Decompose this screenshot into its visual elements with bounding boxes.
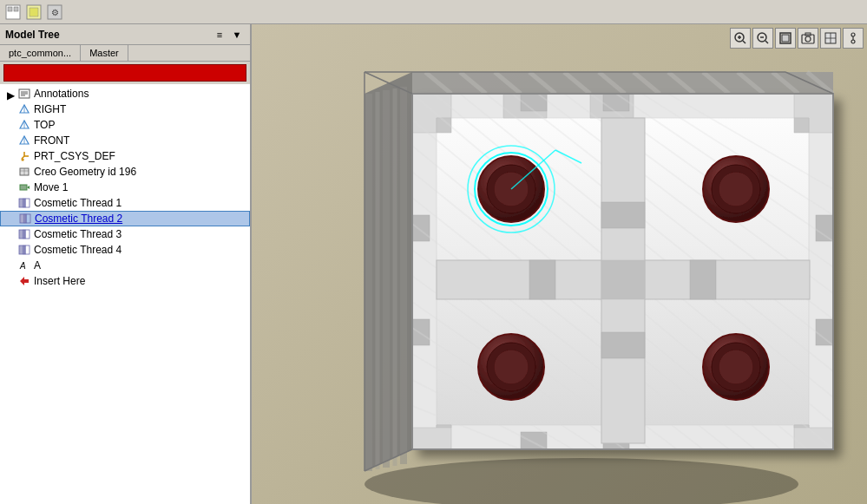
panel-header-icons: ≡ ▼: [212, 27, 245, 43]
svg-point-138: [719, 172, 753, 206]
tab-bar: ptc_common... Master: [0, 45, 250, 62]
svg-rect-90: [412, 215, 430, 241]
svg-rect-32: [19, 230, 23, 239]
thread4-icon: [17, 243, 31, 257]
panel-settings-icon[interactable]: ≡: [212, 27, 227, 43]
svg-marker-97: [412, 425, 451, 449]
svg-point-55: [851, 33, 855, 36]
tree-item-prt-csys[interactable]: ✱ PRT_CSYS_DEF: [0, 148, 250, 164]
right-label: RIGHT: [34, 103, 66, 115]
search-filter-bar[interactable]: [3, 64, 246, 82]
tree-item-creo-geo[interactable]: Creo Geometry id 196: [0, 164, 250, 180]
thread4-label: Cosmetic Thread 4: [34, 244, 122, 256]
svg-rect-35: [19, 245, 23, 254]
creo-geo-label: Creo Geometry id 196: [34, 166, 136, 178]
svg-rect-37: [25, 245, 30, 254]
svg-rect-130: [601, 202, 645, 228]
right-plane-icon: [17, 102, 31, 116]
tree-item-top[interactable]: TOP: [0, 117, 250, 133]
prt-csys-label: PRT_CSYS_DEF: [34, 150, 115, 162]
svg-marker-101: [437, 425, 451, 428]
camera-icon[interactable]: [798, 28, 818, 49]
svg-text:⚙: ⚙: [51, 8, 59, 17]
main-toolbar: ⚙: [0, 0, 867, 24]
toolbar-icon-1[interactable]: [3, 3, 23, 22]
svg-rect-132: [601, 260, 645, 299]
svg-rect-1: [8, 7, 12, 11]
annotations-icon: [17, 87, 31, 101]
datum-a-label: A: [34, 259, 41, 272]
svg-marker-39: [20, 277, 29, 285]
svg-marker-98: [794, 425, 833, 449]
datum-a-icon: A: [17, 259, 31, 272]
thread2-icon: [18, 212, 32, 226]
zoom-in-icon[interactable]: [730, 28, 751, 49]
tree-item-right[interactable]: RIGHT: [0, 101, 250, 117]
annotations-label: Annotations: [34, 88, 89, 100]
svg-rect-127: [529, 260, 555, 299]
tab-ptc-common[interactable]: ptc_common...: [0, 45, 81, 61]
move-icon: [17, 180, 31, 194]
thread3-icon: [17, 227, 31, 241]
svg-rect-89: [412, 94, 437, 449]
move1-label: Move 1: [34, 181, 68, 193]
thread2-label: Cosmetic Thread 2: [35, 213, 122, 225]
view-options-icon[interactable]: [843, 28, 864, 49]
svg-rect-31: [26, 214, 30, 223]
tree-item-annotations[interactable]: ▶ Annotations: [0, 86, 250, 101]
panel-title: Model Tree: [5, 29, 60, 41]
main-content: Model Tree ≡ ▼ ptc_common... Master ▶: [0, 24, 867, 504]
tree-item-move1[interactable]: Move 1: [0, 180, 250, 195]
tab-master-label: Master: [89, 48, 119, 58]
tree-item-insert-here[interactable]: Insert Here: [0, 273, 250, 289]
svg-rect-93: [816, 215, 833, 241]
insert-here-label: Insert Here: [34, 275, 85, 287]
svg-rect-85: [603, 94, 629, 111]
svg-point-56: [851, 40, 855, 43]
svg-rect-131: [601, 332, 645, 358]
svg-rect-24: [20, 185, 27, 190]
front-plane-icon: [17, 134, 31, 147]
svg-text:A: A: [19, 261, 26, 271]
svg-point-141: [494, 350, 529, 384]
svg-rect-94: [816, 319, 833, 345]
viewport[interactable]: [252, 24, 867, 504]
front-label: FRONT: [34, 134, 69, 147]
thread1-label: Cosmetic Thread 1: [34, 197, 122, 209]
panel-collapse-icon[interactable]: ▼: [229, 27, 245, 43]
svg-rect-28: [25, 199, 30, 207]
tree-item-datum-a[interactable]: A A: [0, 258, 250, 273]
toolbar-icon-2[interactable]: [24, 3, 43, 22]
svg-rect-48: [782, 35, 789, 42]
tree-item-thread2[interactable]: Cosmetic Thread 2: [0, 211, 250, 226]
svg-rect-26: [19, 199, 23, 207]
tab-master[interactable]: Master: [81, 45, 128, 61]
toolbar-icon-3[interactable]: ⚙: [45, 3, 64, 22]
insert-here-icon: [17, 274, 31, 288]
zoom-out-icon[interactable]: [752, 28, 773, 49]
svg-rect-34: [25, 230, 30, 239]
thread3-label: Cosmetic Thread 3: [34, 228, 122, 240]
thread1-icon: [17, 196, 31, 210]
expand-icon: ▶: [7, 89, 16, 98]
svg-text:✱: ✱: [21, 157, 24, 162]
panel-header: Model Tree ≡ ▼: [0, 24, 250, 45]
tab-ptc-common-label: ptc_common...: [9, 48, 71, 58]
3d-viewport-canvas[interactable]: [252, 24, 867, 504]
tree-item-thread3[interactable]: Cosmetic Thread 3: [0, 226, 250, 242]
left-panel: Model Tree ≡ ▼ ptc_common... Master ▶: [0, 24, 252, 504]
svg-line-43: [743, 41, 745, 43]
geo-icon: [17, 165, 31, 179]
display-mode-icon[interactable]: [820, 28, 841, 49]
svg-rect-91: [412, 319, 430, 345]
tree-item-thread1[interactable]: Cosmetic Thread 1: [0, 195, 250, 211]
tree-item-front[interactable]: FRONT: [0, 133, 250, 148]
tree-item-thread4[interactable]: Cosmetic Thread 4: [0, 242, 250, 258]
tree-content[interactable]: ▶ Annotations: [0, 84, 250, 504]
top-label: TOP: [34, 119, 55, 131]
top-plane-icon: [17, 118, 31, 132]
svg-rect-92: [809, 94, 833, 449]
svg-rect-29: [20, 214, 24, 223]
svg-point-50: [805, 36, 811, 42]
fit-view-icon[interactable]: [775, 28, 796, 49]
